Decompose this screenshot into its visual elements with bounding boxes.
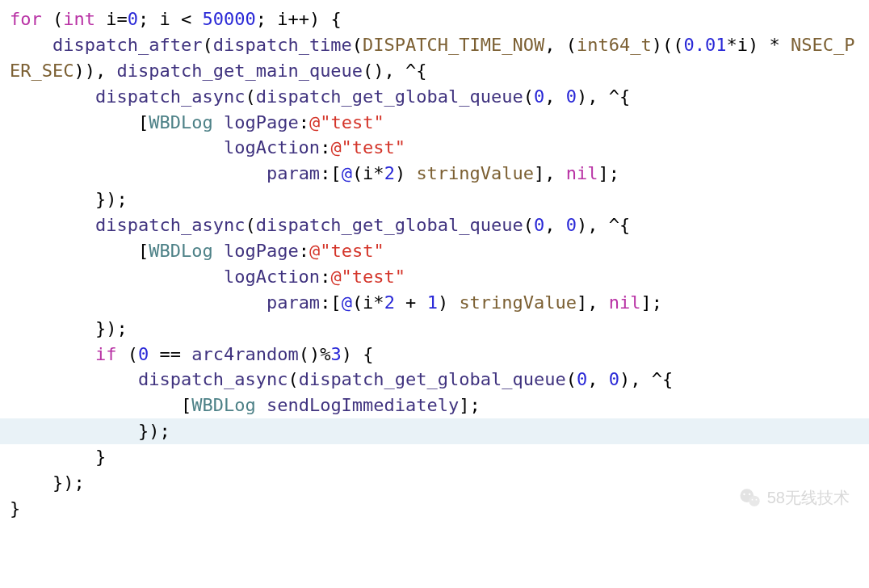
token-plain: + bbox=[395, 292, 427, 313]
token-fn: dispatch_get_global_queue bbox=[299, 369, 566, 389]
token-plain: )), bbox=[73, 61, 116, 81]
token-num: 50000 bbox=[202, 9, 255, 29]
token-str: @"test" bbox=[330, 267, 405, 287]
token-plain: (), ^{ bbox=[363, 61, 426, 81]
token-plain: ) bbox=[395, 163, 417, 183]
token-fn: sendLogImmediately bbox=[267, 395, 459, 415]
token-plain: ( bbox=[352, 35, 363, 55]
token-fn: dispatch_async bbox=[138, 369, 288, 389]
token-num: 0 bbox=[577, 369, 587, 389]
token-plain: )(( bbox=[652, 35, 684, 55]
token-fn: arc4random bbox=[191, 344, 298, 364]
svg-point-1 bbox=[749, 495, 759, 506]
code-line: dispatch_async(dispatch_get_global_queue… bbox=[10, 215, 630, 235]
token-plain: == bbox=[149, 344, 191, 364]
token-fn: dispatch_async bbox=[95, 215, 245, 235]
token-plain: ) bbox=[438, 292, 460, 313]
token-str: @"test" bbox=[330, 137, 405, 158]
svg-point-4 bbox=[751, 499, 753, 501]
token-num: 0 bbox=[128, 9, 138, 29]
token-fn: logPage bbox=[224, 112, 299, 132]
token-num: 0 bbox=[534, 215, 544, 235]
code-line: }); bbox=[10, 318, 128, 338]
token-kw: if bbox=[95, 344, 117, 364]
token-str: @"test" bbox=[309, 241, 384, 261]
token-plain: , ( bbox=[544, 35, 577, 55]
token-plain: ( bbox=[523, 215, 534, 235]
token-fn: dispatch_async bbox=[95, 86, 245, 107]
token-fn: dispatch_get_global_queue bbox=[256, 86, 523, 107]
token-num: 0 bbox=[138, 344, 149, 364]
token-fn: dispatch_after bbox=[52, 35, 202, 55]
token-plain: : bbox=[320, 137, 330, 158]
token-num: @ bbox=[342, 163, 352, 183]
token-plain: ]; bbox=[459, 395, 481, 415]
token-plain: [ bbox=[138, 112, 149, 132]
token-plain: ( bbox=[245, 86, 255, 107]
token-plain: ()% bbox=[299, 344, 331, 364]
svg-point-2 bbox=[743, 494, 745, 495]
token-plain: : bbox=[299, 112, 309, 132]
svg-point-3 bbox=[749, 494, 750, 495]
code-line: dispatch_after(dispatch_time(DISPATCH_TI… bbox=[10, 35, 854, 81]
code-line: } bbox=[10, 498, 20, 519]
token-type: int64_t bbox=[577, 35, 652, 55]
watermark-text: 58无线技术 bbox=[767, 486, 850, 510]
svg-point-5 bbox=[755, 499, 757, 501]
token-nil: nil bbox=[566, 163, 598, 183]
token-plain: [ bbox=[138, 241, 149, 261]
token-plain: }); bbox=[52, 472, 85, 493]
token-nil: nil bbox=[609, 292, 641, 313]
token-plain: }); bbox=[95, 318, 128, 338]
token-plain: *i) * bbox=[726, 35, 790, 55]
token-fn: logAction bbox=[224, 267, 320, 287]
token-plain: ( bbox=[116, 344, 138, 364]
token-plain: ( bbox=[42, 9, 64, 29]
token-plain: :[ bbox=[320, 163, 342, 183]
wechat-icon bbox=[738, 486, 762, 510]
token-num: 0.01 bbox=[684, 35, 727, 55]
token-plain: : bbox=[299, 241, 309, 261]
code-line: param:[@(i*2 + 1) stringValue], nil]; bbox=[10, 292, 662, 313]
code-line: [WBDLog logPage:@"test" bbox=[10, 112, 384, 132]
token-plain bbox=[213, 112, 224, 132]
token-plain: (i* bbox=[352, 163, 384, 183]
token-plain: ( bbox=[523, 86, 534, 107]
code-line: if (0 == arc4random()%3) { bbox=[10, 344, 373, 364]
code-line: logAction:@"test" bbox=[10, 267, 405, 287]
code-block: for (int i=0; i < 50000; i++) { dispatch… bbox=[10, 6, 859, 522]
token-plain: [ bbox=[181, 395, 191, 415]
token-plain: ]; bbox=[641, 292, 663, 313]
token-plain: ( bbox=[245, 215, 255, 235]
token-plain: (i* bbox=[352, 292, 384, 313]
token-plain: i= bbox=[95, 9, 128, 29]
token-num: 2 bbox=[384, 163, 395, 183]
token-fn: dispatch_get_main_queue bbox=[116, 61, 363, 81]
code-line: }); bbox=[0, 418, 869, 444]
token-fn: logAction bbox=[224, 137, 320, 158]
token-fn: dispatch_get_global_queue bbox=[256, 215, 523, 235]
token-type: stringValue bbox=[416, 163, 534, 183]
token-plain: ), ^{ bbox=[619, 369, 673, 389]
token-num: 2 bbox=[384, 292, 395, 313]
token-plain: , bbox=[587, 369, 609, 389]
token-plain: }); bbox=[138, 421, 170, 441]
token-plain: :[ bbox=[320, 292, 342, 313]
token-plain: , bbox=[544, 215, 566, 235]
token-num: 3 bbox=[330, 344, 341, 364]
token-cls: WBDLog bbox=[149, 112, 212, 132]
token-num: 0 bbox=[534, 86, 544, 107]
token-plain: ; i < bbox=[138, 9, 202, 29]
token-plain: , bbox=[544, 86, 566, 107]
token-plain: ], bbox=[577, 292, 609, 313]
code-line: [WBDLog sendLogImmediately]; bbox=[10, 395, 481, 415]
token-plain: ( bbox=[566, 369, 577, 389]
code-line: [WBDLog logPage:@"test" bbox=[10, 241, 384, 261]
token-num: @ bbox=[342, 292, 352, 313]
token-plain bbox=[256, 395, 267, 415]
token-plain: } bbox=[10, 498, 20, 519]
code-line: logAction:@"test" bbox=[10, 137, 405, 158]
token-plain: ), ^{ bbox=[577, 215, 630, 235]
token-plain: ), ^{ bbox=[577, 86, 630, 107]
token-plain: ) { bbox=[342, 344, 374, 364]
